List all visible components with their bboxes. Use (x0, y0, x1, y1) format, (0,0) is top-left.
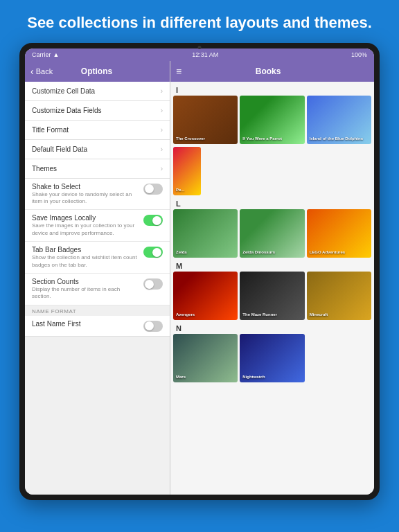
toggle-desc-images: Save the images in your collection to yo… (32, 222, 139, 237)
book-cover[interactable]: Nightwatch (240, 334, 304, 382)
book-title: Pe... (176, 188, 198, 193)
settings-item[interactable]: Customize Cell Data › (25, 82, 170, 101)
images-toggle[interactable] (143, 215, 163, 226)
books-title: Books (256, 66, 281, 76)
book-cover[interactable]: Zelda (173, 209, 238, 258)
settings-item[interactable]: Themes › (25, 159, 170, 179)
chevron-right-icon: › (161, 87, 163, 95)
book-cover[interactable]: The Maze Runner (240, 272, 304, 320)
badges-toggle[interactable] (143, 247, 163, 258)
toggle-row-shake: Shake to Select Shake your device to ran… (25, 179, 170, 211)
battery-label: 100% (351, 51, 367, 58)
book-title: Nightwatch (242, 375, 301, 380)
toggle-label-images: Save Images Locally (32, 214, 139, 222)
toggle-label-counts: Section Counts (32, 278, 139, 285)
section-header-m: M (173, 260, 371, 272)
book-title: The Maze Runner (242, 312, 301, 317)
device-screen: Carrier ▲ 12:31 AM 100% ‹ Back (25, 48, 374, 495)
toggle-label-shake: Shake to Select (32, 183, 139, 190)
settings-panel: ‹ Back Options Customize Cell Data › Cus… (25, 61, 170, 495)
lastname-toggle[interactable] (143, 321, 163, 332)
section-header-i: I (173, 85, 371, 96)
book-cover[interactable]: Pe... (173, 147, 201, 195)
book-cover[interactable]: The Crossover (173, 96, 238, 144)
back-label[interactable]: Back (36, 67, 53, 76)
toggle-label-lastname: Last Name First (32, 320, 139, 328)
toggle-row-images: Save Images Locally Save the images in y… (25, 210, 170, 242)
book-cover[interactable]: Island of the Blue Dolphins (307, 96, 371, 144)
book-cover[interactable]: Avengers (173, 272, 238, 320)
toggle-row-badges: Tab Bar Badges Show the collection and w… (25, 242, 170, 274)
settings-nav-bar: ‹ Back Options (25, 61, 170, 82)
toggle-desc-counts: Display the number of items in each sect… (32, 286, 139, 301)
back-arrow-icon[interactable]: ‹ (30, 66, 34, 77)
settings-item-label: Customize Cell Data (32, 87, 95, 95)
books-panel: I The Crossover If You Were a Parrot (170, 82, 374, 495)
book-title: The Crossover (176, 136, 235, 141)
toggle-desc-shake: Shake your device to randomly select an … (32, 191, 139, 206)
nav-title: Options (81, 66, 112, 76)
name-format-section-label: NAME FORMAT (25, 305, 170, 316)
book-cover[interactable]: LEGO Adventures (307, 209, 371, 258)
book-title: Minecraft (310, 312, 369, 317)
book-title: If You Were a Parrot (242, 136, 301, 141)
menu-icon[interactable]: ≡ (176, 66, 181, 77)
book-cover[interactable]: Zelda Dinosaurs (240, 209, 304, 258)
settings-item-label: Title Format (32, 126, 69, 134)
settings-item[interactable]: Default Field Data › (25, 140, 170, 159)
chevron-right-icon: › (161, 145, 163, 153)
settings-item[interactable]: Title Format › (25, 121, 170, 140)
settings-item-label: Customize Data Fields (32, 107, 102, 114)
chevron-right-icon: › (161, 126, 163, 134)
device-frame: Carrier ▲ 12:31 AM 100% ‹ Back (19, 43, 380, 500)
counts-toggle[interactable] (143, 278, 163, 290)
shake-toggle[interactable] (143, 184, 163, 195)
section-header-n: N (173, 323, 371, 334)
toggle-row-lastname: Last Name First (25, 316, 170, 337)
book-title: Mars (176, 375, 235, 380)
books-nav-bar: ≡ Books (170, 61, 374, 82)
book-title: Avengers (176, 312, 235, 317)
chevron-right-icon: › (161, 107, 163, 114)
toggle-label-badges: Tab Bar Badges (32, 246, 139, 254)
book-cover[interactable]: If You Were a Parrot (240, 96, 304, 144)
section-header-l: L (173, 198, 371, 209)
status-bar: Carrier ▲ 12:31 AM 100% (25, 48, 374, 61)
settings-item[interactable]: Customize Data Fields › (25, 101, 170, 121)
settings-item-label: Default Field Data (32, 145, 87, 153)
book-title: Island of the Blue Dolphins (310, 136, 369, 141)
books-panel-wrapper: ≡ Books I The Crossover (170, 61, 374, 495)
book-title: Zelda (176, 250, 235, 255)
book-title: Zelda Dinosaurs (242, 250, 301, 255)
time-label: 12:31 AM (192, 51, 218, 58)
wifi-icon: ▲ (53, 51, 60, 58)
toggle-row-counts: Section Counts Display the number of ite… (25, 274, 170, 305)
book-title: LEGO Adventures (310, 250, 369, 255)
book-cover[interactable]: Mars (173, 334, 238, 382)
carrier-label: Carrier (32, 51, 51, 58)
headline: See collections in different layouts and… (10, 0, 389, 43)
book-cover[interactable]: Minecraft (307, 272, 371, 320)
chevron-right-icon: › (161, 165, 163, 172)
settings-item-label: Themes (32, 165, 57, 172)
toggle-desc-badges: Show the collection and wishlist item co… (32, 254, 139, 269)
